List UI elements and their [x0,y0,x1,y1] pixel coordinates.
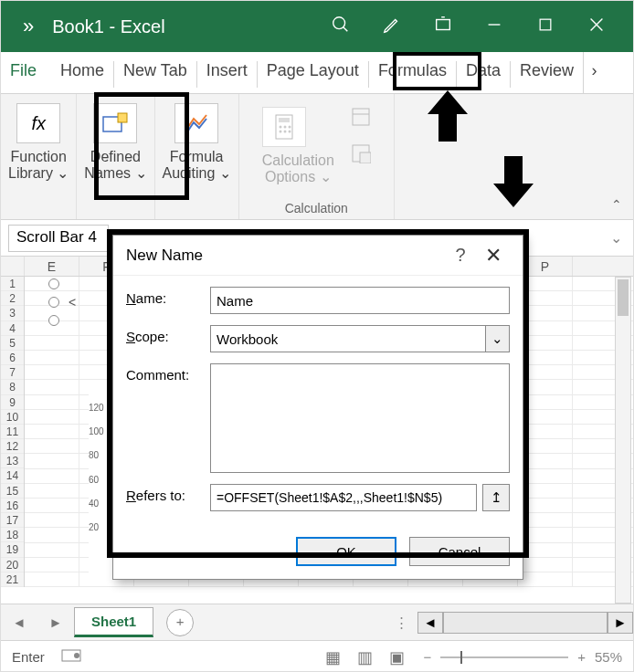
svg-point-15 [279,131,281,133]
calc-now-icon[interactable] [351,107,371,131]
sheet-nav-next-icon[interactable]: ► [37,614,74,630]
ribbon-tabs: File Home New Tab Insert Page Layout For… [1,52,633,94]
scope-select[interactable]: Workbook ⌄ [210,325,510,352]
tab-review[interactable]: Review [511,52,583,93]
chevron-down-icon: ⌄ [57,165,69,181]
view-page-layout-icon[interactable]: ▥ [357,647,373,667]
macro-record-icon[interactable] [61,647,81,667]
svg-point-14 [288,126,291,129]
svg-rect-21 [360,152,371,163]
search-icon[interactable] [315,15,366,39]
app-title: Book1 - Excel [45,16,172,37]
svg-line-1 [343,26,348,31]
defined-names-label: Defined Names ⌄ [84,149,146,183]
ok-button[interactable]: OK [296,537,396,566]
svg-point-0 [333,16,345,28]
sheet-nav-prev-icon[interactable]: ◄ [1,614,37,630]
svg-rect-2 [437,19,450,29]
new-name-dialog: New Name ? ✕ Name: Scope: Workbook ⌄ Com… [112,235,523,580]
svg-point-16 [283,131,286,133]
arrow-down-annotation [493,152,534,211]
comment-textarea[interactable] [210,363,510,473]
name-box[interactable]: Scroll Bar 4 [8,225,109,252]
vertical-scrollbar[interactable] [615,277,631,604]
tab-file[interactable]: File [1,52,51,93]
defined-names-icon [93,103,137,143]
sheet-tab-bar: ◄ ► Sheet1 + ⋮ ◄ ► [1,604,633,640]
svg-rect-5 [540,19,551,30]
tab-newtab[interactable]: New Tab [114,52,196,93]
collapse-dialog-icon[interactable]: ↥ [482,484,510,511]
title-bar: » Book1 - Excel [1,1,633,52]
arrow-up-annotation [428,90,468,149]
tab-pagelayout[interactable]: Page Layout [258,52,368,93]
horizontal-scrollbar[interactable]: ⋮ ◄ ► [395,612,633,634]
fx-icon: fx [16,103,60,143]
zoom-in-button[interactable]: + [577,649,586,665]
zoom-out-button[interactable]: − [423,649,431,665]
svg-point-12 [279,126,281,129]
group-defined-names[interactable]: Defined Names ⌄ [77,94,154,219]
formula-auditing-icon [174,103,218,143]
status-bar: Enter ▦ ▥ ▣ − + 55% [1,640,633,672]
calc-sheet-icon[interactable] [351,143,371,167]
tab-data[interactable]: Data [457,52,510,93]
calc-options-icon [262,107,306,147]
chevron-down-icon: ⌄ [219,165,231,181]
minimize-icon[interactable] [469,15,520,39]
function-library-label: Function Library ⌄ [8,149,69,183]
tab-insert[interactable]: Insert [197,52,257,93]
pen-icon[interactable] [366,15,417,39]
cancel-button[interactable]: Cancel [409,537,510,566]
close-icon[interactable] [571,15,622,39]
group-title-calculation: Calculation [285,201,348,215]
formula-auditing-label: Formula Auditing ⌄ [163,149,231,183]
maximize-icon[interactable] [520,16,571,38]
svg-point-13 [283,126,286,129]
svg-rect-11 [279,118,290,122]
add-sheet-button[interactable]: + [166,609,194,636]
chevron-down-icon[interactable]: ⌄ [485,326,509,352]
name-input[interactable] [210,287,510,314]
dialog-title-bar[interactable]: New Name ? ✕ [113,236,523,276]
sheet-tab-sheet1[interactable]: Sheet1 [74,607,153,637]
collapse-ribbon-icon[interactable]: ⌃ [611,197,622,212]
comment-label: Comment: [126,363,210,383]
svg-point-23 [74,653,79,658]
ribbon: fx Function Library ⌄ Defined Names ⌄ Fo… [1,94,633,220]
scope-label: Scope: [126,325,210,344]
chevron-down-icon: ⌄ [320,169,332,184]
dialog-help-icon[interactable]: ? [444,245,477,266]
refers-to-label: Refers to: [126,484,210,503]
dialog-close-icon[interactable]: ✕ [477,244,510,268]
svg-rect-9 [118,113,127,122]
tabs-overflow-icon[interactable]: › [583,52,605,93]
group-calculation: Calculation Options ⌄ Calculation [239,94,395,219]
row-headers[interactable]: 123456789101112131415161718192021 [1,277,25,587]
window-mode-icon[interactable] [417,15,469,39]
view-page-break-icon[interactable]: ▣ [389,647,405,667]
view-normal-icon[interactable]: ▦ [325,647,341,667]
quick-access-overflow-icon[interactable]: » [12,15,45,38]
svg-point-17 [288,131,291,133]
calc-options-label[interactable]: Calculation Options ⌄ [262,152,334,186]
tab-home[interactable]: Home [51,52,113,93]
hscroll-left-icon[interactable]: ◄ [417,612,443,634]
formula-bar-expand-icon[interactable]: ⌄ [610,229,622,247]
hscroll-right-icon[interactable]: ► [608,612,633,634]
zoom-level[interactable]: 55% [595,649,622,665]
group-formula-auditing[interactable]: Formula Auditing ⌄ [155,94,239,219]
zoom-slider[interactable] [440,656,568,658]
mode-indicator: Enter [12,649,45,665]
chevron-down-icon: ⌄ [135,165,147,181]
refers-to-input[interactable] [210,484,477,511]
name-label: Name: [126,287,210,306]
svg-rect-18 [353,109,369,125]
group-function-library[interactable]: fx Function Library ⌄ [1,94,77,219]
tab-formulas[interactable]: Formulas [369,52,456,93]
dialog-title: New Name [126,247,444,265]
